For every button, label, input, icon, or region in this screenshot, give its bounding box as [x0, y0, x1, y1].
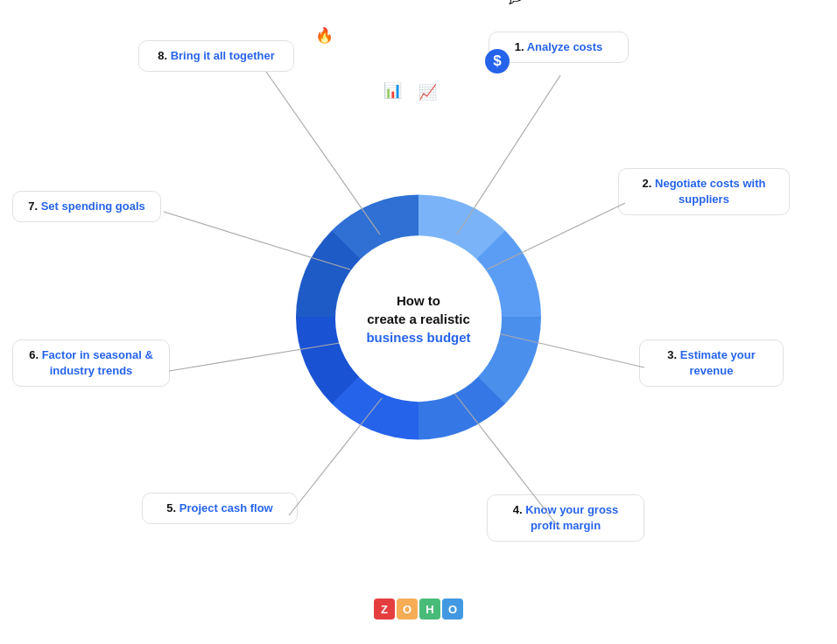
icon-chat: 💬: [506, 0, 524, 5]
zoho-letter-z: Z: [374, 598, 395, 620]
zoho-letter-h: H: [419, 598, 440, 620]
label-num-4: 4.: [513, 503, 525, 516]
zoho-letter-o2: O: [442, 598, 463, 620]
label-text-8: Bring it all together: [171, 49, 275, 62]
label-box-5: 5. Project cash flow: [142, 493, 298, 524]
label-box-6: 6. Factor in seasonal & industry trends: [12, 340, 170, 387]
label-num-7: 7.: [28, 200, 40, 213]
label-num-5: 5.: [166, 501, 179, 514]
center-circle: How to create a realistic business budge…: [335, 235, 502, 402]
label-text-5: Project cash flow: [179, 501, 273, 514]
center-title-line1: How to: [397, 291, 440, 310]
label-num-6: 6.: [29, 348, 41, 361]
icon-fire: 🔥: [315, 26, 334, 45]
label-num-1: 1.: [515, 40, 527, 53]
label-box-1: 1. Analyze costs: [489, 32, 629, 63]
label-text-1: Analyze costs: [527, 40, 603, 53]
center-title-blue: business budget: [366, 328, 470, 346]
label-num-2: 2.: [643, 177, 655, 190]
zoho-letter-o1: O: [397, 598, 418, 620]
label-box-3: 3. Estimate your revenue: [639, 340, 784, 387]
label-text-6: Factor in seasonal & industry trends: [42, 348, 153, 377]
label-text-2: Negotiate costs with suppliers: [655, 177, 765, 206]
label-text-7: Set spending goals: [41, 200, 145, 213]
label-box-8: 8. Bring it all together: [138, 40, 294, 72]
icon-chart-up: 📈: [418, 83, 437, 102]
label-text-3: Estimate your revenue: [680, 348, 756, 377]
zoho-logo: Z O H O: [373, 598, 464, 620]
icon-dollar: $: [485, 49, 510, 74]
label-box-4: 4. Know your gross profit margin: [487, 494, 644, 542]
label-num-3: 3.: [667, 348, 679, 361]
icon-chart-bar: 📊: [383, 81, 402, 100]
center-title-line2: create a realistic: [367, 310, 470, 328]
label-text-4: Know your gross profit margin: [525, 503, 618, 532]
label-box-7: 7. Set spending goals: [12, 191, 161, 222]
label-num-8: 8.: [158, 49, 170, 62]
label-box-2: 2. Negotiate costs with suppliers: [618, 168, 790, 215]
